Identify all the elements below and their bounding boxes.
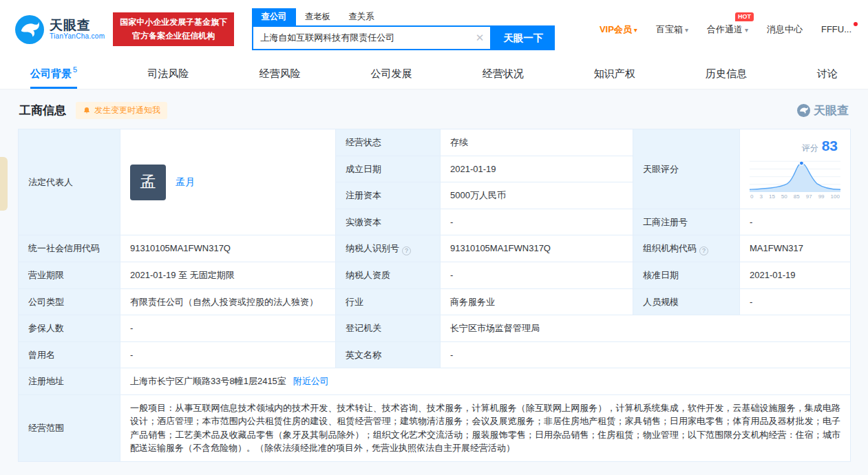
label-insured-count: 参保人数 [19,315,120,342]
label-industry: 行业 [336,288,441,315]
search-button[interactable]: 天眼一下 [491,25,555,50]
value-taxpayer-id: 91310105MA1FWN317Q [441,235,633,262]
watermark-logo: 天眼查 [797,103,849,118]
value-est-date: 2021-01-19 [441,156,633,182]
label-reg-status: 经营状态 [336,129,441,156]
label-taxpayer-qual: 纳税人资质 [336,262,441,289]
menu-user-account[interactable]: FFFU... [821,24,851,34]
notification-dot-icon [854,22,858,26]
label-legal-rep: 法定代表人 [19,129,120,235]
help-icon[interactable] [402,246,411,255]
value-insured-count: - [120,315,336,342]
logo-subtitle: TianYanCha.com [50,32,105,40]
menu-cooperation[interactable]: HOT合作通道 [707,23,748,36]
hot-badge: HOT [735,12,754,22]
tianyancha-logo[interactable]: 天眼查 TianYanCha.com [15,15,105,44]
tab-count-badge: 5 [73,65,77,74]
search-tab-relation[interactable]: 查关系 [339,8,383,25]
search-input[interactable] [253,27,490,49]
score-peak-dot [799,161,803,165]
label-approval-date: 核准日期 [633,262,740,289]
bell-icon [83,107,91,115]
tab-intellectual-property[interactable]: 知识产权 [594,59,635,89]
tab-history-info[interactable]: 历史信息 [706,59,747,89]
help-icon[interactable] [699,246,708,255]
value-taxpayer-qual: - [441,262,633,289]
notify-on-change-button[interactable]: 发生变更时通知我 [76,102,167,119]
label-company-type: 公司类型 [19,288,120,315]
label-english-name: 英文名称 [336,341,441,368]
value-biz-scope: 一般项目：从事互联网信息技术领域内的技术开发、技术转让、技术咨询、技术服务，计算… [120,394,851,461]
table-row: 参保人数 - 登记机关 长宁区市场监督管理局 [19,315,851,342]
tab-operation-status[interactable]: 经营状况 [483,59,524,89]
value-approval-date: 2021-01-19 [740,262,851,289]
section-title: 工商信息 [19,103,66,118]
label-tyc-score: 天眼评分 [633,129,740,209]
table-row: 公司类型 有限责任公司（自然人投资或控股的法人独资） 行业 商务服务业 人员规模… [19,288,851,315]
value-english-name: - [441,341,851,368]
value-legal-rep: 孟 孟月 [120,129,336,235]
tab-company-development[interactable]: 公司发展 [371,59,412,89]
value-staff-size: - [740,288,851,315]
search-tabs: 查公司 查老板 查关系 [252,8,555,25]
value-biz-term: 2021-01-19 至 无固定期限 [120,262,336,289]
menu-message-center[interactable]: 消息中心 [767,23,803,36]
menu-vip[interactable]: VIP会员 [600,23,637,36]
search-input-wrap [252,25,491,50]
value-reg-authority: 长宁区市场监督管理局 [441,315,851,342]
legal-rep-avatar[interactable]: 孟 [130,165,166,200]
nearby-companies-link[interactable]: 附近公司 [293,376,329,386]
label-staff-size: 人员规模 [633,288,740,315]
legal-rep-name-link[interactable]: 孟月 [176,175,195,189]
score-axis: 031550859799100 [750,193,840,201]
search-tab-boss[interactable]: 查老板 [296,8,340,25]
value-reg-capital: 5000万人民币 [441,182,633,209]
value-company-type: 有限责任公司（自然人投资或控股的法人独资） [120,288,336,315]
business-info-table: 法定代表人 孟 孟月 经营状态 存续 天眼评分 评分83 [18,129,851,462]
label-est-date: 成立日期 [336,156,441,182]
label-reg-number: 工商注册号 [633,209,740,235]
chevron-down-icon [743,24,748,34]
cert-badge: 国家中小企业发展子基金旗下 官方备案企业征信机构 [113,12,234,45]
chevron-down-icon [683,24,688,34]
value-reg-number: - [740,209,851,235]
tab-judicial-risk[interactable]: 司法风险 [147,59,189,89]
label-credit-code: 统一社会信用代码 [19,235,120,262]
label-reg-authority: 登记机关 [336,315,441,342]
menu-toolbox[interactable]: 百宝箱 [656,23,688,36]
label-biz-term: 营业期限 [19,262,120,289]
score-value: 83 [822,138,838,154]
table-row: 注册地址 上海市长宁区广顺路33号8幢1层2415室附近公司 [19,368,851,395]
tab-company-background[interactable]: 公司背景5 [30,59,77,89]
tab-operation-risk[interactable]: 经营风险 [259,59,300,89]
label-former-name: 曾用名 [19,341,120,368]
tianyancha-logo-icon [797,104,810,117]
value-former-name: - [120,341,336,368]
top-menu: VIP会员 百宝箱 HOT合作通道 消息中心 FFFU... [600,23,856,36]
search-block: 查公司 查老板 查关系 天眼一下 [252,8,555,50]
tianyancha-logo-icon [15,15,44,44]
top-header: 天眼查 TianYanCha.com 国家中小企业发展子基金旗下 官方备案企业征… [0,0,868,59]
logo-title: 天眼查 [50,19,105,33]
table-row: 曾用名 - 英文名称 - [19,341,851,368]
clear-search-icon[interactable] [476,32,485,43]
value-industry: 商务服务业 [441,288,633,315]
label-taxpayer-id: 纳税人识别号 [336,235,441,262]
value-reg-address: 上海市长宁区广顺路33号8幢1层2415室附近公司 [120,368,851,395]
value-reg-status: 存续 [441,129,633,156]
score-prefix: 评分 [802,143,818,153]
side-drawer-handle[interactable] [0,157,8,211]
table-row: 经营范围 一般项目：从事互联网信息技术领域内的技术开发、技术转让、技术咨询、技术… [19,394,851,461]
label-reg-address: 注册地址 [19,368,120,395]
tyc-score-chart: 评分83 031550859799100 [740,129,851,209]
value-credit-code: 91310105MA1FWN317Q [120,235,336,262]
score-curve-chart [750,155,840,192]
label-reg-capital: 注册资本 [336,182,441,209]
tab-discussion[interactable]: 讨论 [817,59,838,89]
table-row: 法定代表人 孟 孟月 经营状态 存续 天眼评分 评分83 [19,129,851,156]
label-biz-scope: 经营范围 [19,394,120,461]
value-paid-capital: - [441,209,633,235]
search-tab-company[interactable]: 查公司 [252,8,296,25]
value-org-code: MA1FWN317 [740,235,851,262]
main-content: 工商信息 发生变更时通知我 天眼查 法定代表人 孟 孟月 经营状态 [0,89,868,475]
